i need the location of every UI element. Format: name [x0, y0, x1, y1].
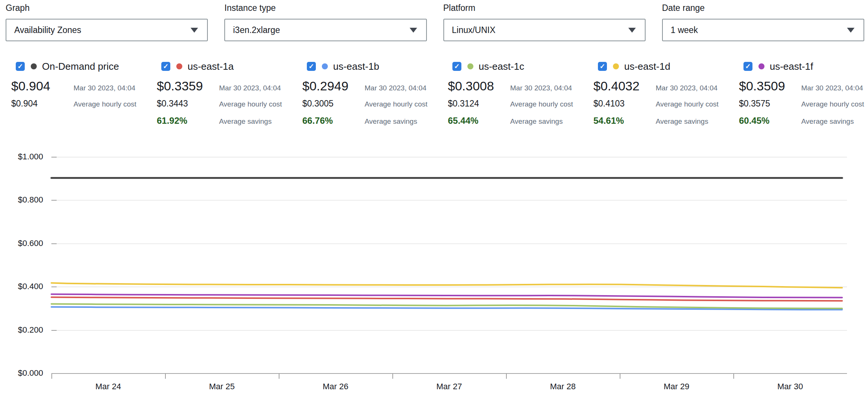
series-line-us-east-1f — [51, 294, 842, 298]
series-line-us-east-1d — [51, 283, 842, 288]
pricing-history-chart: $1.000$0.800$0.600$0.400$0.200$0.000Mar … — [0, 0, 868, 393]
spot-pricing-history-page: Graph Availability Zones Instance type i… — [0, 0, 868, 393]
price-lines-svg — [0, 0, 868, 393]
